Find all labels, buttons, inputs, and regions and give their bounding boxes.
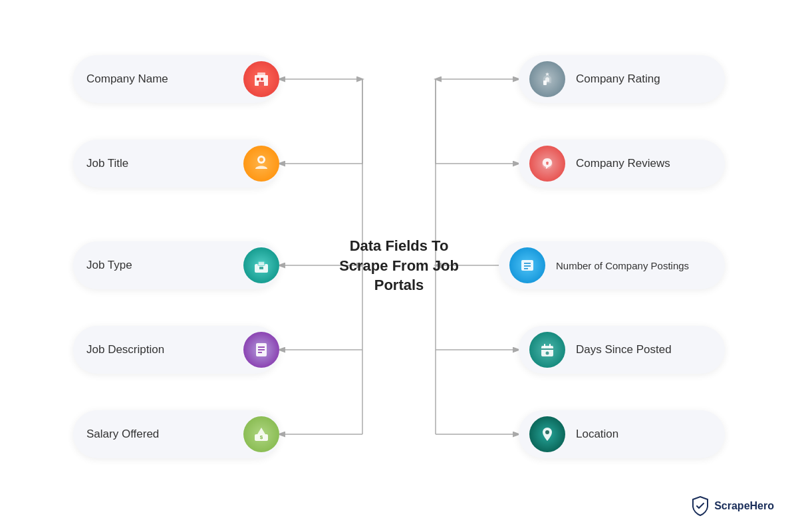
svg-point-38: [546, 352, 549, 355]
company-rating-label: Company Rating: [576, 72, 725, 86]
pill-company-rating: Company Rating: [519, 55, 725, 103]
scrapehero-logo: ScrapeHero: [692, 496, 774, 516]
job-type-label: Job Type: [86, 259, 234, 272]
job-title-label: Job Title: [86, 157, 234, 170]
job-title-icon: [243, 146, 279, 182]
job-type-icon: [243, 247, 279, 283]
svg-point-39: [545, 430, 549, 434]
diagram-container: Data Fields To Scrape From Job Portals: [0, 0, 798, 532]
scrapehero-shield-icon: [692, 496, 709, 516]
svg-rect-26: [543, 80, 547, 85]
company-name-icon: [243, 61, 279, 97]
svg-rect-34: [541, 346, 553, 356]
pill-company-name: Company Name: [73, 55, 279, 103]
pill-days-since-posted: Days Since Posted: [519, 326, 725, 374]
pill-salary-offered: Salary Offered $: [73, 410, 279, 458]
company-postings-label: Number of Company Postings: [556, 260, 725, 271]
company-rating-icon: [529, 61, 565, 97]
salary-offered-icon: $: [243, 416, 279, 452]
svg-rect-13: [261, 78, 263, 80]
pill-company-postings: Number of Company Postings: [499, 241, 725, 289]
svg-point-16: [259, 158, 263, 162]
svg-rect-12: [257, 78, 259, 80]
company-reviews-icon: [529, 146, 565, 182]
pill-job-description: Job Description: [73, 326, 279, 374]
svg-rect-18: [258, 261, 265, 265]
center-title: Data Fields To Scrape From Job Portals: [339, 236, 459, 295]
pill-job-title: Job Title: [73, 140, 279, 188]
svg-rect-19: [259, 267, 263, 269]
days-since-posted-icon: [529, 332, 565, 368]
company-name-label: Company Name: [86, 72, 234, 86]
pill-company-reviews: Company Reviews: [519, 140, 725, 188]
scrapehero-text: ScrapeHero: [714, 500, 774, 512]
svg-text:$: $: [260, 434, 263, 440]
location-icon: [529, 416, 565, 452]
location-label: Location: [576, 428, 725, 441]
job-description-icon: [243, 332, 279, 368]
company-reviews-label: Company Reviews: [576, 157, 725, 170]
pill-location: Location: [519, 410, 725, 458]
svg-rect-14: [259, 82, 264, 86]
pill-job-type: Job Type: [73, 241, 279, 289]
job-description-label: Job Description: [86, 343, 234, 356]
company-postings-icon: [509, 247, 545, 283]
days-since-posted-label: Days Since Posted: [576, 343, 725, 356]
svg-rect-11: [257, 72, 265, 76]
salary-offered-label: Salary Offered: [86, 428, 234, 441]
